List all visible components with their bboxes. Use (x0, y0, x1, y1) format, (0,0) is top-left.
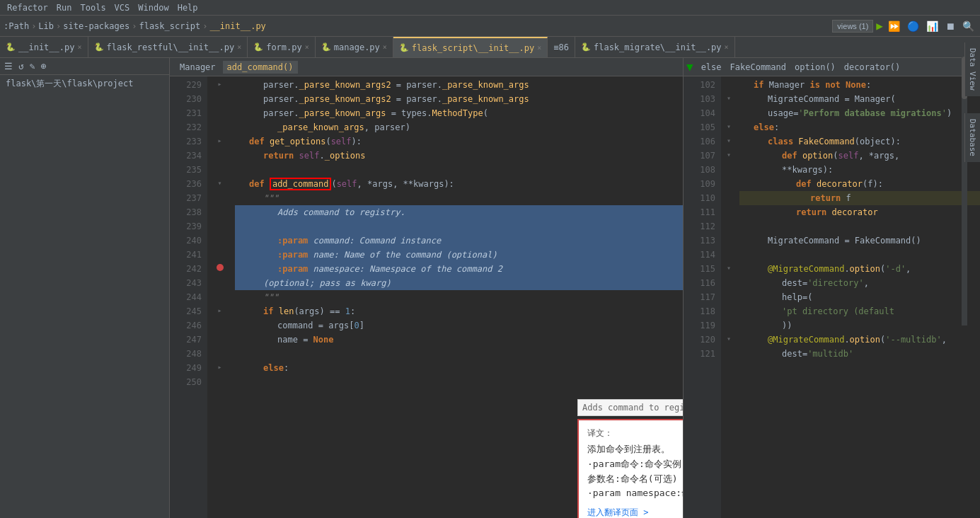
right-code-line-109: def decorator(f): (739, 177, 980, 191)
tab-init-py[interactable]: 🐍 __init__.py × (0, 37, 88, 58)
database-tab[interactable]: Database (964, 113, 980, 162)
close-tab-icon[interactable]: × (237, 43, 241, 51)
menu-window[interactable]: Window (134, 1, 173, 14)
code-line-240: :param command: Command instance (235, 234, 683, 248)
code-line-233: def get_options(self): (235, 134, 683, 149)
breadcrumb-init[interactable]: __init__.py (209, 21, 265, 31)
py-file-icon: 🐍 (6, 42, 16, 52)
code-line-232: _parse_known_args, parser) (235, 120, 683, 134)
right-code-line-113: MigrateCommand = FakeCommand() (739, 234, 980, 248)
menu-refactor[interactable]: Refactor (3, 1, 52, 14)
right-line-numbers: 102 103 104 105 106 107 108 109 110 111 … (689, 76, 721, 518)
fold-empty (207, 331, 232, 345)
rfunc-fakecommand[interactable]: FakeCommand (727, 61, 790, 74)
close-tab-icon[interactable]: × (383, 43, 387, 51)
close-tab-icon[interactable]: × (77, 43, 81, 51)
tab-flask-migrate[interactable]: 🐍 flask_migrate\__init__.py × (575, 37, 735, 58)
fold-marker[interactable]: ▾ (721, 91, 737, 105)
tab-form[interactable]: 🐍 form.py × (248, 37, 316, 58)
search-button[interactable]: 🔍 (960, 21, 976, 32)
fold-marker[interactable]: ▾ (721, 147, 737, 161)
fold-marker[interactable]: ▾ (207, 175, 232, 190)
function-bar-right: ▼ else FakeCommand option() decorator() (684, 58, 980, 76)
sidebar-icon-edit[interactable]: ✎ (28, 59, 37, 73)
rfunc-else[interactable]: else (698, 61, 725, 74)
menu-vcs[interactable]: VCS (110, 1, 134, 14)
fold-marker[interactable]: ▾ (721, 331, 737, 345)
sidebar-icon-refresh[interactable]: ↺ (17, 59, 25, 73)
close-tab-icon[interactable]: × (537, 44, 541, 52)
close-tab-icon[interactable]: × (305, 43, 309, 51)
fold-marker[interactable]: ▾ (721, 119, 737, 133)
fold-marker[interactable]: ▸ (207, 359, 232, 374)
breadcrumb: :Path › Lib › site-packages › flask_scri… (4, 21, 832, 31)
right-code-line-106: class FakeCommand(object): (739, 134, 980, 149)
py-file-icon: 🐍 (321, 42, 331, 52)
tab-manage[interactable]: 🐍 manage.py × (316, 37, 393, 58)
tab-label: flask_migrate\__init__.py (594, 42, 722, 52)
project-path: flask\第一天\flask\project (0, 75, 169, 93)
code-line-238: Adds command to registry. (235, 205, 683, 219)
tab-label: ≡86 (553, 42, 569, 52)
right-code-content: if Manager is not None: MigrateCommand =… (737, 76, 980, 518)
views-button[interactable]: views (1) (832, 20, 873, 33)
fold-empty (207, 374, 232, 388)
translation-label: 译文： (587, 427, 683, 439)
fold-marker[interactable]: ▸ (207, 76, 232, 91)
sidebar-icon-add[interactable]: ⊕ (40, 59, 48, 73)
fold-marker[interactable]: ▾ (721, 260, 737, 275)
fold-empty (207, 275, 232, 289)
tab-more[interactable]: ≡86 (548, 37, 575, 58)
func-manager[interactable]: Manager (175, 61, 220, 74)
fold-marker[interactable]: ▸ (207, 303, 232, 317)
line-numbers: 229 230 231 232 233 234 235 236 237 238 … (175, 76, 207, 518)
menu-help[interactable]: Help (173, 1, 202, 14)
sidebar-icon-menu[interactable]: ☰ (3, 59, 14, 73)
code-gutter (170, 76, 175, 518)
right-code-line-118: 'pt directory (default (739, 304, 980, 318)
code-line-247 (235, 347, 683, 361)
tab-label: __init__.py (18, 42, 74, 52)
coverage-button[interactable]: 🔵 (905, 21, 921, 32)
right-code-line-115: @MigrateCommand.option('-d', (739, 262, 980, 276)
fold-marker[interactable]: ▸ (207, 133, 232, 147)
tab-flask-script-init[interactable]: 🐍 flask_script\__init__.py × (393, 37, 548, 58)
stop-button[interactable]: ⏹ (943, 21, 957, 32)
code-line-236: def add_command(self, *args, **kwargs): (235, 177, 683, 191)
breadcrumb-flask-script[interactable]: flask_script (139, 21, 200, 31)
tab-label: form.py (266, 42, 302, 52)
rfunc-decorator[interactable]: decorator() (841, 61, 904, 74)
tab-label: manage.py (334, 42, 380, 52)
code-line-244: if len(args) == 1: (235, 304, 683, 318)
breadcrumb-lib[interactable]: Lib (38, 21, 54, 31)
func-add-command[interactable]: add_command() (223, 61, 298, 74)
breadcrumb-site-packages[interactable]: site-packages (63, 21, 129, 31)
tab-label: flask_restful\__init__.py (107, 42, 235, 52)
tab-flask-restful[interactable]: 🐍 flask_restful\__init__.py × (88, 37, 248, 58)
close-tab-icon[interactable]: × (725, 43, 729, 51)
menu-tools[interactable]: Tools (76, 1, 110, 14)
fold-marker[interactable]: ▾ (721, 133, 737, 147)
code-line-245: command = args[0] (235, 318, 683, 333)
translation-link[interactable]: 进入翻译页面 > (587, 507, 683, 518)
fold-empty (207, 91, 232, 105)
fold-empty (207, 105, 232, 119)
breakpoint-dot[interactable] (207, 260, 232, 275)
fold-empty (207, 161, 232, 175)
run-button[interactable]: ▶ (876, 19, 883, 33)
menu-run[interactable]: Run (52, 1, 76, 14)
fold-empty (207, 204, 232, 218)
right-code-line-111: return decorator (739, 205, 980, 219)
debug-button[interactable]: ⏩ (886, 21, 902, 32)
right-code-line-105: else: (739, 120, 980, 134)
mini-search-bar[interactable]: Adds command to registry. :param com 🔍 (577, 399, 683, 416)
code-line-235 (235, 163, 683, 177)
fold-column: ▸ ▸ ▾ ▸ (207, 76, 232, 518)
translation-content: 添加命令到注册表。 ·param命令:命令实例 参数名:命令名(可选) ·par… (587, 442, 683, 501)
translation-popup: 译文： 添加命令到注册表。 ·param命令:命令实例 参数名:命令名(可选) … (577, 419, 683, 518)
right-code-line-103: MigrateCommand = Manager( (739, 92, 980, 106)
breadcrumb-path[interactable]: :Path (4, 21, 29, 31)
data-view-tab[interactable]: Data View (964, 42, 980, 96)
profile-button[interactable]: 📊 (924, 21, 940, 32)
rfunc-option[interactable]: option() (791, 61, 839, 74)
